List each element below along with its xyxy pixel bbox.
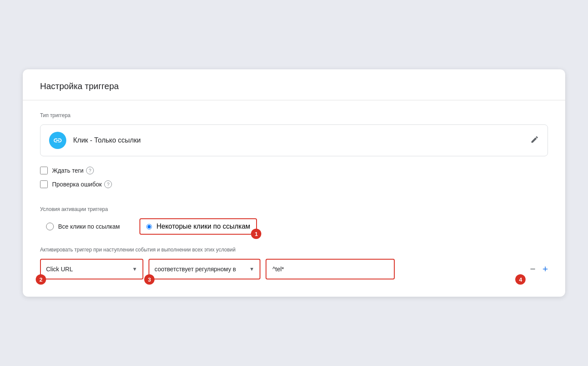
action-buttons: − + <box>530 264 548 274</box>
some-clicks-radio[interactable] <box>146 224 152 230</box>
filter-label: Активировать триггер при наступлении соб… <box>40 247 548 253</box>
some-clicks-label: Некоторые клики по ссылкам <box>156 223 250 230</box>
badge-2: 2 <box>36 274 46 285</box>
match-dropdown-arrow: ▼ <box>249 266 254 272</box>
trigger-type-label: Тип триггера <box>40 112 548 118</box>
trigger-settings-card: Настройка триггера Тип триггера Клик - Т… <box>23 69 565 297</box>
badge-4: 4 <box>515 274 526 285</box>
add-filter-button[interactable]: + <box>542 264 548 274</box>
link-icon <box>53 136 62 145</box>
field-dropdown-arrow: ▼ <box>132 266 137 272</box>
value-input[interactable] <box>266 259 395 279</box>
all-clicks-radio[interactable] <box>46 223 54 230</box>
trigger-type-left: Клик - Только ссылки <box>49 132 141 149</box>
filter-row: Click URL ▼ 2 соответствует регулярному … <box>40 259 548 279</box>
value-col: 4 <box>266 259 521 279</box>
conditions-label: Условия активации триггера <box>40 206 548 212</box>
match-col: соответствует регулярному в ▼ 3 <box>149 259 260 279</box>
match-dropdown-text: соответствует регулярному в <box>155 266 246 273</box>
check-errors-help-icon[interactable]: ? <box>104 180 112 188</box>
trigger-type-section: Тип триггера Клик - Только ссылки <box>23 100 565 156</box>
all-clicks-option[interactable]: Все клики по ссылкам <box>40 218 126 235</box>
some-clicks-option[interactable]: Некоторые клики по ссылкам 1 <box>139 218 257 235</box>
badge-3: 3 <box>144 274 155 285</box>
card-title: Настройка триггера <box>23 69 565 100</box>
trigger-type-box: Клик - Только ссылки <box>40 124 548 156</box>
remove-filter-button[interactable]: − <box>530 264 535 274</box>
check-errors-checkbox[interactable] <box>40 180 48 188</box>
match-dropdown[interactable]: соответствует регулярному в ▼ <box>149 259 260 279</box>
conditions-section: Условия активации триггера Все клики по … <box>23 194 565 235</box>
wait-tags-checkbox[interactable] <box>40 167 48 174</box>
check-errors-label: Проверка ошибок ? <box>52 180 112 188</box>
filter-section: Активировать триггер при наступлении соб… <box>23 235 565 279</box>
wait-tags-row: Ждать теги ? <box>40 167 548 174</box>
field-col: Click URL ▼ 2 <box>40 259 143 279</box>
trigger-type-name: Клик - Только ссылки <box>73 136 141 144</box>
radio-group: Все клики по ссылкам Некоторые клики по … <box>40 218 548 235</box>
field-dropdown-text: Click URL <box>46 266 129 273</box>
check-errors-row: Проверка ошибок ? <box>40 180 548 188</box>
wait-tags-label: Ждать теги ? <box>52 167 94 174</box>
link-icon-circle <box>49 132 66 149</box>
wait-tags-help-icon[interactable]: ? <box>86 167 94 174</box>
all-clicks-label: Все клики по ссылкам <box>58 223 120 230</box>
field-dropdown[interactable]: Click URL ▼ <box>40 259 143 279</box>
edit-icon[interactable] <box>530 135 539 146</box>
checkboxes-section: Ждать теги ? Проверка ошибок ? <box>23 156 565 188</box>
